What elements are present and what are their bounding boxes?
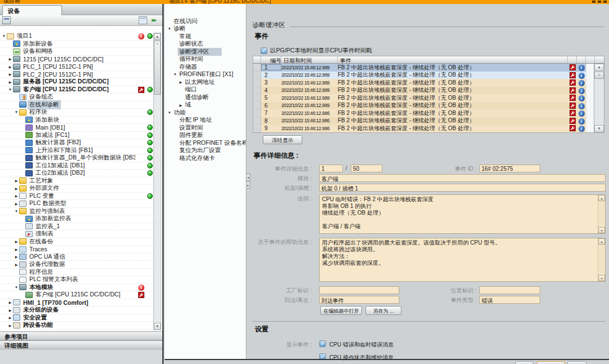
tree-item[interactable]: ▼项目1! xyxy=(0,33,162,41)
nav-item[interactable]: 通信诊断 xyxy=(165,94,246,101)
tree-item[interactable]: ▼本地模块! xyxy=(0,284,162,292)
collapse-arrow-icon[interactable]: ▼ xyxy=(14,210,19,213)
tree-item[interactable]: ▶PLC_2 [CPU 1512C-1 PN] xyxy=(0,71,162,79)
details-view-bar[interactable]: 详细视图 xyxy=(0,340,162,349)
scroll-up-icon[interactable] xyxy=(598,195,605,201)
tree-item[interactable]: 设备和网络 xyxy=(0,48,162,56)
collapse-arrow-icon[interactable]: ▼ xyxy=(167,27,172,30)
tree-item[interactable]: ▶PLC_1 [CPU 1512C-1 PN] xyxy=(0,63,162,71)
tree-item[interactable]: Main [OB1] xyxy=(0,124,162,132)
expand-arrow-icon[interactable]: ▶ xyxy=(14,263,19,267)
tree-item[interactable]: ▶在线备份 xyxy=(0,238,162,246)
nav-item[interactable]: 诊断缓冲区 xyxy=(165,48,246,56)
info-icon[interactable] xyxy=(579,95,585,101)
nav-item[interactable]: ▶域 xyxy=(165,101,246,109)
expand-arrow-icon[interactable]: ▶ xyxy=(7,308,13,312)
tree-item[interactable]: 程序信息 xyxy=(0,269,162,277)
collapse-arrow-icon[interactable]: ▼ xyxy=(167,111,172,114)
info-icon[interactable] xyxy=(579,88,585,94)
tab-devices[interactable]: 设备 xyxy=(2,5,62,15)
detail-total-field[interactable]: 50 xyxy=(351,165,382,172)
expand-arrow-icon[interactable]: ▶ xyxy=(7,323,13,327)
nav-item[interactable]: 端口 xyxy=(165,86,246,94)
expand-arrow-icon[interactable]: ▶ xyxy=(14,202,19,206)
row-selector-cell[interactable] xyxy=(253,64,261,72)
tree-item[interactable]: 工位1加减法 [DB1] xyxy=(0,162,162,170)
nav-item[interactable]: 设置时间 xyxy=(165,124,246,132)
nav-item[interactable]: ▼PROFINET接口 [X1] xyxy=(165,71,246,79)
scroll-down-icon[interactable] xyxy=(598,227,605,233)
tree-item[interactable]: 添加新块 xyxy=(0,117,162,125)
configure-view-icon[interactable] xyxy=(2,16,11,24)
nav-item[interactable]: 存储器 xyxy=(165,63,246,71)
tree-item[interactable]: 添加新监控表 xyxy=(0,215,162,223)
column-event[interactable]: 事件 xyxy=(338,56,568,63)
tree-item[interactable]: ▶1215 [CPU 1215C DC/DC/DC] xyxy=(0,56,162,64)
expand-arrow-icon[interactable]: ▶ xyxy=(7,316,13,319)
module-field[interactable]: 客户端 xyxy=(319,174,606,182)
tree-item[interactable]: ▶外部源文件 xyxy=(0,185,162,193)
tree-item[interactable]: ▶设备代理数据 xyxy=(0,261,162,269)
tree-item[interactable]: ▶工艺对象 xyxy=(0,177,162,185)
tree-item[interactable]: ▼程序块 xyxy=(0,109,162,117)
nav-item[interactable]: 循环时间 xyxy=(165,56,246,64)
tree-item[interactable]: 强制表 xyxy=(0,230,162,238)
description-box[interactable]: CPU 临时错误：FB 2 中超出块堆栈嵌套深度 将影响 OB 1 的执行 继续… xyxy=(319,194,606,234)
tree-item[interactable]: ▶PLC 数据类型 xyxy=(0,200,162,208)
cpu-errors-checkbox[interactable] xyxy=(319,340,326,347)
expand-arrow-icon[interactable]: ▶ xyxy=(14,187,19,190)
expand-arrow-icon[interactable]: ▶ xyxy=(7,300,13,304)
expand-arrow-icon[interactable]: ▶ xyxy=(14,179,19,183)
row-selector-cell[interactable] xyxy=(253,109,261,117)
scroll-up-icon[interactable] xyxy=(594,64,604,71)
tree-item[interactable]: 客户端 [CPU 1215C DC/DC/DC] xyxy=(0,291,162,299)
nav-item[interactable]: 分配 IP 地址 xyxy=(165,117,246,125)
collapse-arrow-icon[interactable]: ▼ xyxy=(7,88,13,91)
column-number[interactable]: 编号 xyxy=(261,56,281,63)
incoming-outgoing-field[interactable]: 到达事件 xyxy=(319,296,399,304)
tree-item[interactable]: PLC 报警文本列表 xyxy=(0,276,162,284)
timestamp-checkbox[interactable] xyxy=(261,47,267,54)
location-identifier-field[interactable] xyxy=(479,286,540,294)
nav-item[interactable]: 诊断状态 xyxy=(165,41,246,48)
go-online-sync-icon[interactable] xyxy=(149,16,158,24)
expand-arrow-icon[interactable]: ▶ xyxy=(7,80,13,84)
info-icon[interactable] xyxy=(579,80,585,86)
tree-item[interactable]: ▶OPC UA 通信 xyxy=(0,254,162,261)
expand-arrow-icon[interactable]: ▶ xyxy=(7,72,13,76)
partial-button-default[interactable] xyxy=(537,361,565,364)
expand-arrow-icon[interactable]: ▶ xyxy=(14,194,19,198)
nav-item[interactable]: ▶以太网地址 xyxy=(165,78,246,86)
tree-item[interactable]: 触发计算器_DB_单个实例数据块 [DB3] xyxy=(0,154,162,162)
column-datetime[interactable]: 日期和时间 xyxy=(281,56,338,63)
info-icon[interactable] xyxy=(579,103,585,109)
nav-item[interactable]: 固件更新 xyxy=(165,132,246,140)
tree-item[interactable]: ▶PLC 变量 xyxy=(0,193,162,201)
tree-item[interactable]: ▶跨设备功能 xyxy=(0,322,162,330)
row-selector-cell[interactable] xyxy=(253,72,261,79)
tree-item[interactable]: ▶未分组的设备 xyxy=(0,307,162,314)
nav-item[interactable]: ▼功能 xyxy=(165,109,246,117)
nav-item[interactable]: ▼诊断 xyxy=(165,25,246,33)
rack-slot-field[interactable]: 机架 0 / 插槽 1 xyxy=(319,184,606,192)
nav-item[interactable]: 在线访问 xyxy=(165,17,246,25)
tree-item[interactable]: 工位2加减法 [DB2] xyxy=(0,170,162,177)
scrollbar-thumb[interactable] xyxy=(594,72,604,79)
info-icon[interactable] xyxy=(579,110,585,117)
nav-item[interactable]: 常规 xyxy=(165,33,246,41)
plant-designation-field[interactable] xyxy=(319,286,399,294)
expand-arrow-icon[interactable]: ▶ xyxy=(7,65,13,69)
partial-button-1[interactable] xyxy=(515,361,533,364)
detail-number-field[interactable]: 1 xyxy=(319,165,343,172)
event-type-field[interactable]: 错误 xyxy=(479,296,540,304)
scroll-up-icon[interactable] xyxy=(598,238,605,245)
tree-item[interactable]: 上升沿和下降沿 [FB1] xyxy=(0,147,162,155)
row-selector-cell[interactable] xyxy=(253,79,261,87)
help-info-box[interactable]: 用户程序超出了块调用的最大嵌套深度。该值取决于所用的 CPU 型号。 系统将跳过… xyxy=(319,238,606,282)
nav-item[interactable]: 复位为出厂设置 xyxy=(165,147,246,155)
row-selector-cell[interactable] xyxy=(253,87,261,95)
tree-item[interactable]: 在线和诊断 xyxy=(0,101,162,109)
info-icon[interactable] xyxy=(579,126,585,132)
info-icon[interactable] xyxy=(579,65,585,71)
tree-item[interactable]: 加减法 [FC1] xyxy=(0,132,162,140)
